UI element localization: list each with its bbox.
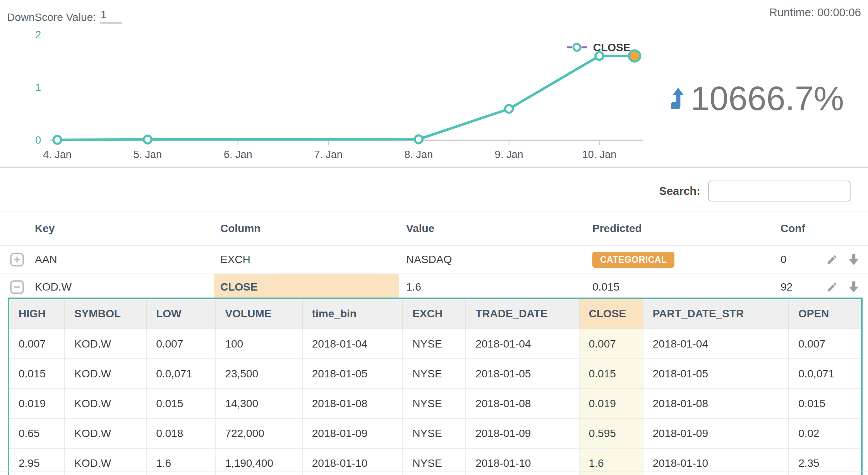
detail-row: 0.019 KOD.W 0.015 14,300 2018-01-08 NYSE…	[9, 389, 861, 418]
detail-col-close: CLOSE	[579, 299, 643, 329]
gain-stat: 10666.7%	[666, 81, 844, 115]
detail-cell: NYSE	[403, 359, 466, 389]
detail-cell: NYSE	[403, 448, 466, 475]
detail-cell: 0.0,071	[146, 359, 215, 389]
runtime-label: Runtime: 00:00:06	[769, 6, 861, 19]
detail-cell: 23,500	[215, 359, 302, 389]
detail-col-open: OPEN	[789, 299, 861, 329]
detail-cell: 0.007	[9, 329, 65, 359]
pencil-icon[interactable]	[826, 254, 838, 265]
table-row-kodw: KOD.W CLOSE 1.6 0.015 92	[0, 274, 868, 300]
col-header-value: Value	[399, 212, 585, 245]
search-label: Search:	[659, 185, 700, 198]
detail-col-time-bin: time_bin	[302, 299, 403, 329]
svg-text:10. Jan: 10. Jan	[582, 149, 617, 160]
detail-row: 0.015 KOD.W 0.0,071 23,500 2018-01-05 NY…	[9, 359, 861, 389]
detail-cell: 2018-01-10	[466, 448, 579, 475]
detail-cell: 0.015	[9, 359, 65, 389]
prediction-table: Key Column Value Predicted Conf AAN EXCH…	[0, 212, 868, 300]
data-point-marker	[144, 136, 151, 143]
detail-cell: 2018-01-05	[466, 359, 579, 389]
table-bottom-border	[0, 472, 868, 472]
close-price-chart: 4. Jan5. Jan6. Jan7. Jan8. Jan9. Jan10. …	[0, 0, 658, 167]
detail-cell: 2.35	[789, 448, 861, 475]
detail-cell: 2018-01-10	[302, 448, 403, 475]
svg-text:7. Jan: 7. Jan	[314, 149, 343, 160]
detail-cell: KOD.W	[65, 329, 146, 359]
detail-cell: NYSE	[403, 389, 466, 418]
detail-cell-close: 0.019	[579, 389, 643, 418]
detail-cell: 0.015	[789, 389, 861, 418]
app-root: DownScore Value: Runtime: 00:00:06 4. Ja…	[0, 0, 868, 475]
conf-cell: 92	[770, 274, 821, 300]
column-cell: EXCH	[214, 246, 399, 274]
detail-row: 2.95 KOD.W 1.6 1,190,400 2018-01-10 NYSE…	[9, 448, 861, 475]
detail-col-low: LOW	[146, 299, 215, 329]
detail-cell: KOD.W	[65, 448, 146, 475]
prediction-table-header: Key Column Value Predicted Conf	[0, 212, 868, 246]
data-point-marker	[415, 135, 422, 143]
svg-text:2: 2	[35, 29, 41, 41]
detail-col-volume: VOLUME	[215, 299, 302, 329]
detail-cell: 2.95	[9, 448, 65, 475]
down-arrow-icon[interactable]	[848, 253, 859, 266]
svg-text:1: 1	[35, 82, 41, 93]
detail-cell: 2018-01-08	[643, 389, 789, 418]
column-cell-highlighted: CLOSE	[214, 274, 399, 300]
search-control: Search:	[659, 181, 851, 201]
detail-col-symbol: SYMBOL	[65, 299, 146, 329]
detail-cell: 2018-01-10	[643, 448, 789, 475]
svg-text:4. Jan: 4. Jan	[43, 149, 72, 160]
down-arrow-icon[interactable]	[848, 281, 859, 293]
detail-cell: 2018-01-09	[466, 418, 579, 448]
minus-square-icon[interactable]	[10, 280, 24, 294]
detail-cell: 1.6	[146, 448, 215, 475]
detail-cell: 0.019	[9, 389, 65, 418]
legend-marker-icon	[573, 44, 580, 51]
data-point-marker	[505, 105, 513, 113]
svg-text:0: 0	[35, 134, 41, 146]
detail-header-row: HIGH SYMBOL LOW VOLUME time_bin EXCH TRA…	[9, 299, 861, 329]
detail-cell: 0.007	[789, 329, 861, 359]
value-cell: 1.6	[399, 274, 585, 300]
key-cell: KOD.W	[29, 274, 214, 300]
detail-cell: 2018-01-04	[302, 329, 403, 359]
detail-cell: 0.65	[9, 418, 65, 448]
detail-cell: KOD.W	[65, 389, 146, 418]
detail-cell: 2018-01-08	[466, 389, 579, 418]
detail-cell: NYSE	[403, 418, 466, 448]
section-divider	[0, 167, 868, 168]
detail-table: HIGH SYMBOL LOW VOLUME time_bin EXCH TRA…	[9, 299, 861, 475]
svg-text:9. Jan: 9. Jan	[495, 149, 523, 160]
detail-col-part-date-str: PART_DATE_STR	[643, 299, 789, 329]
col-header-column: Column	[214, 212, 399, 245]
detail-row: 0.65 KOD.W 0.018 722,000 2018-01-09 NYSE…	[9, 418, 861, 448]
detail-col-exch: EXCH	[403, 299, 466, 329]
header-spacer	[0, 212, 29, 245]
chart-plot-area: 4. Jan5. Jan6. Jan7. Jan8. Jan9. Jan10. …	[35, 29, 643, 160]
detail-cell: 1,190,400	[215, 448, 302, 475]
detail-cell-close: 0.015	[579, 359, 643, 389]
detail-cell-close: 1.6	[579, 448, 643, 475]
detail-cell: 0.018	[146, 418, 215, 448]
detail-cell: 100	[215, 329, 302, 359]
detail-cell: 2018-01-04	[466, 329, 579, 359]
header-actions-spacer	[821, 212, 868, 245]
chart-legend[interactable]: CLOSE	[567, 41, 630, 53]
detail-cell: KOD.W	[65, 359, 146, 389]
detail-cell: 0.02	[789, 418, 861, 448]
conf-cell: 0	[770, 246, 821, 274]
value-cell: NASDAQ	[399, 246, 585, 274]
detail-row: 0.007 KOD.W 0.007 100 2018-01-04 NYSE 20…	[9, 329, 861, 359]
detail-cell-close: 0.595	[579, 418, 643, 448]
pencil-icon[interactable]	[826, 281, 838, 293]
detail-cell: 2018-01-09	[302, 418, 403, 448]
detail-cell-close: 0.007	[579, 329, 643, 359]
search-input[interactable]	[708, 181, 851, 201]
plus-square-icon[interactable]	[10, 253, 24, 267]
detail-col-high: HIGH	[9, 299, 65, 329]
col-header-predicted: Predicted	[585, 212, 770, 245]
detail-cell: 2018-01-05	[643, 359, 789, 389]
predicted-point-marker	[629, 50, 640, 62]
col-header-key: Key	[29, 212, 214, 245]
